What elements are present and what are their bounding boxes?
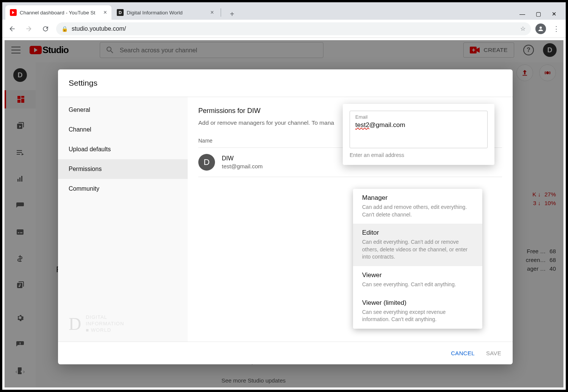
browser-toolbar: 🔒 studio.youtube.com/ ☆ ⋮ xyxy=(2,20,566,38)
role-option-manager[interactable]: Manager Can add and remove others, edit … xyxy=(353,189,482,224)
role-option-editor[interactable]: Editor Can edit everything. Can't add or… xyxy=(353,224,482,266)
user-email: test@gmail.com xyxy=(222,163,263,169)
minimize-icon[interactable]: — xyxy=(519,11,525,17)
role-dropdown: Manager Can add and remove others, edit … xyxy=(353,189,482,329)
forward-button[interactable] xyxy=(23,23,35,35)
invite-popover: Email test2@gmail.com Enter an email add… xyxy=(343,104,494,165)
chrome-menu-icon[interactable]: ⋮ xyxy=(551,25,562,33)
settings-tab-general[interactable]: General xyxy=(58,100,188,120)
email-label: Email xyxy=(355,114,482,120)
url-text: studio.youtube.com/ xyxy=(72,25,126,32)
email-hint: Enter an email address xyxy=(350,152,488,158)
role-option-viewer[interactable]: Viewer Can see everything. Can't edit an… xyxy=(353,266,482,294)
browser-tab-active[interactable]: Channel dashboard - YouTube St × xyxy=(5,5,111,20)
email-input-box[interactable]: Email test2@gmail.com xyxy=(350,111,488,148)
cancel-button[interactable]: CANCEL xyxy=(451,350,475,356)
tab-title: Digital Information World xyxy=(127,10,183,16)
role-option-viewer-limited[interactable]: Viewer (limited) Can see everything exce… xyxy=(353,294,482,329)
tab-title: Channel dashboard - YouTube St xyxy=(20,10,95,16)
settings-tab-community[interactable]: Community xyxy=(58,179,188,199)
user-name: DIW xyxy=(222,155,263,162)
settings-tab-permissions[interactable]: Permissions xyxy=(58,159,188,179)
close-tab-icon[interactable]: × xyxy=(104,9,107,16)
lock-icon: 🔒 xyxy=(61,26,68,32)
user-avatar: D xyxy=(198,154,215,171)
address-bar[interactable]: 🔒 studio.youtube.com/ ☆ xyxy=(56,22,531,35)
back-button[interactable] xyxy=(6,23,18,35)
settings-tab-upload-defaults[interactable]: Upload defaults xyxy=(58,140,188,159)
browser-tab-inactive[interactable]: D Digital Information World × xyxy=(112,5,218,20)
settings-sidebar: General Channel Upload defaults Permissi… xyxy=(58,97,188,342)
bookmark-star-icon[interactable]: ☆ xyxy=(520,25,526,32)
dialog-title: Settings xyxy=(58,69,513,97)
svg-point-0 xyxy=(540,27,542,29)
chrome-profile-avatar[interactable] xyxy=(535,24,546,34)
browser-tabstrip: Channel dashboard - YouTube St × D Digit… xyxy=(2,2,566,20)
youtube-favicon xyxy=(10,9,17,16)
close-tab-icon[interactable]: × xyxy=(210,9,214,16)
diw-favicon: D xyxy=(117,9,124,16)
dialog-footer: CANCEL SAVE xyxy=(58,342,513,364)
close-window-icon[interactable]: ✕ xyxy=(552,11,557,17)
save-button[interactable]: SAVE xyxy=(486,350,501,356)
email-value: test2@gmail.com xyxy=(355,121,482,129)
new-tab-button[interactable]: + xyxy=(226,8,238,20)
tab-separator xyxy=(221,8,221,17)
diw-watermark: D DIGITAL INFORMATION ■ WORLD xyxy=(69,314,124,334)
settings-tab-channel[interactable]: Channel xyxy=(58,120,188,140)
maximize-icon[interactable]: ▢ xyxy=(536,11,541,17)
reload-button[interactable] xyxy=(39,23,52,35)
